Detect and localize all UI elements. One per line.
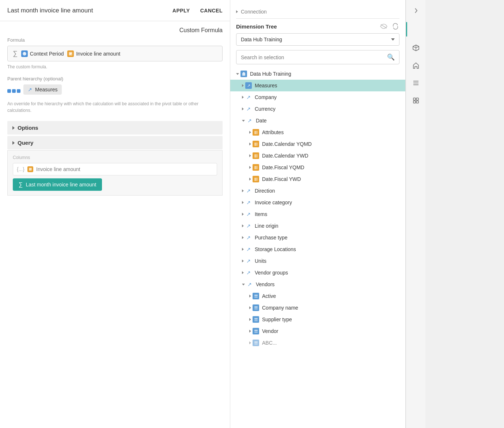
tree-root[interactable]: Data Hub Training: [230, 68, 405, 80]
dropdown-arrow-icon: [391, 38, 395, 41]
active-table-icon: [253, 293, 259, 299]
measures-label: Measures: [255, 83, 277, 88]
svg-marker-5: [242, 72, 245, 73]
purchase-type-chevron-icon: [242, 236, 244, 239]
tree-item-units[interactable]: ↗ Units: [230, 255, 405, 267]
currency-dim-icon: ↗: [245, 106, 252, 112]
grid-icon[interactable]: [410, 94, 422, 107]
svg-rect-41: [413, 101, 416, 103]
measures-icon: ↗: [245, 82, 252, 89]
curly-brace-icon: {...}: [17, 166, 24, 172]
tree-item-company[interactable]: ↗ Company: [230, 91, 405, 103]
home-icon[interactable]: [410, 59, 422, 72]
date-fiscal-ywd-chevron-icon: [249, 178, 251, 181]
query-header[interactable]: Query: [7, 136, 223, 149]
tree-item-active[interactable]: Active: [230, 290, 405, 302]
date-cal-yqmd-icon: [253, 141, 259, 147]
date-fiscal-yqmd-icon: [253, 164, 259, 171]
calculation-title: Last month invoice line amount: [7, 7, 162, 14]
active-calculation-row[interactable]: ∑ Last month invoice line amount: [13, 178, 102, 191]
search-input[interactable]: [241, 54, 387, 60]
tree-item-vendor[interactable]: Vendor: [230, 325, 405, 337]
tree-header: Connection Dimension Tree Data Hub Train…: [230, 0, 405, 68]
measures-chip-icon: ↗: [28, 87, 32, 92]
query-section: Query Columns {...} Invoice line amount …: [7, 136, 223, 196]
sidebar-expand-icon[interactable]: [410, 4, 422, 17]
formula-label: Formula: [7, 37, 223, 43]
custom-formula-title: Custom Formula: [179, 27, 223, 33]
right-panel: Connection Dimension Tree Data Hub Train…: [230, 0, 504, 428]
date-fiscal-yqmd-chevron-icon: [249, 166, 251, 169]
items-dim-icon: ↗: [245, 211, 252, 217]
vendors-dim-icon: ↗: [246, 281, 253, 288]
context-period-chip: Context Period: [21, 50, 64, 57]
left-header: Last month invoice line amount APPLY CAN…: [0, 0, 230, 21]
svg-point-17: [255, 157, 255, 158]
data-hub-dropdown[interactable]: Data Hub Training: [236, 33, 399, 46]
connection-row[interactable]: Connection: [236, 5, 399, 19]
tree-item-items[interactable]: ↗ Items: [230, 208, 405, 220]
invoice-line-column-row[interactable]: {...} Invoice line amount: [13, 163, 217, 175]
date-fiscal-ywd-icon: [253, 176, 259, 182]
search-icon: 🔍: [387, 53, 395, 61]
currency-chevron-icon: [242, 107, 244, 110]
measures-chip[interactable]: ↗ Measures: [23, 84, 62, 95]
options-label: Options: [18, 125, 38, 131]
svg-rect-40: [416, 98, 418, 100]
vendor-label: Vendor: [262, 328, 278, 334]
tree-item-invoice-category[interactable]: ↗ Invoice category: [230, 197, 405, 208]
attributes-orange-icon: [253, 129, 259, 136]
invoice-line-label: Invoice line amount: [76, 51, 120, 57]
svg-point-7: [255, 131, 255, 132]
cancel-button[interactable]: CANCEL: [200, 8, 223, 14]
tree-item-attributes[interactable]: Attributes: [230, 126, 405, 138]
tree-item-vendor-groups[interactable]: ↗ Vendor groups: [230, 267, 405, 279]
cube-icon[interactable]: [410, 42, 422, 54]
date-cal-ywd-chevron-icon: [249, 154, 251, 157]
tree-item-date-fiscal-yqmd[interactable]: Date.Fiscal YQMD: [230, 162, 405, 173]
tree-item-storage-locations[interactable]: ↗ Storage Locations: [230, 243, 405, 255]
company-name-chevron-icon: [249, 306, 251, 309]
column1-label: Invoice line amount: [36, 166, 80, 172]
svg-point-9: [255, 133, 255, 134]
date-chevron-icon: [242, 120, 245, 122]
tree-item-measures[interactable]: ↗ Measures: [230, 80, 405, 91]
svg-rect-39: [413, 98, 416, 100]
list-icon[interactable]: [410, 77, 422, 89]
vendor-groups-label: Vendor groups: [255, 270, 288, 276]
tree-item-vendors[interactable]: ↗ Vendors: [230, 279, 405, 290]
options-header[interactable]: Options: [7, 121, 223, 135]
vendors-chevron-icon: [242, 284, 245, 285]
tree-item-currency[interactable]: ↗ Currency: [230, 103, 405, 115]
tree-item-line-origin[interactable]: ↗ Line origin: [230, 220, 405, 232]
storage-locations-label: Storage Locations: [255, 246, 296, 252]
tree-item-purchase-type[interactable]: ↗ Purchase type: [230, 232, 405, 243]
svg-point-15: [255, 155, 255, 155]
tree-item-date[interactable]: ↗ Date: [230, 115, 405, 126]
tree-item-company-name[interactable]: Company name: [230, 302, 405, 314]
tree-item-supplier-type[interactable]: Supplier type: [230, 314, 405, 325]
invoice-category-label: Invoice category: [255, 200, 292, 205]
storage-locations-dim-icon: ↗: [245, 246, 252, 253]
svg-point-8: [255, 132, 255, 133]
svg-rect-29: [254, 308, 258, 310]
formula-box[interactable]: ∑ Context Period Invoice line amount: [7, 46, 223, 61]
tree-item-date-cal-yqmd[interactable]: Date.Calendar YQMD: [230, 138, 405, 150]
measures-chip-label: Measures: [35, 87, 57, 92]
tree-item-partial[interactable]: ABC...: [230, 337, 405, 349]
tree-scroll[interactable]: Data Hub Training ↗ Measures ↗ Company ↗: [230, 68, 405, 428]
refresh-icon[interactable]: [391, 22, 399, 30]
items-label: Items: [255, 211, 267, 217]
search-row: 🔍: [236, 50, 399, 64]
apply-button[interactable]: APPLY: [173, 8, 190, 14]
tree-item-date-fiscal-ywd[interactable]: Date.Fiscal YWD: [230, 173, 405, 185]
svg-rect-35: [254, 343, 258, 345]
tree-item-direction[interactable]: ↗ Direction: [230, 185, 405, 197]
hide-icon[interactable]: [380, 22, 388, 30]
company-name-label: Company name: [262, 305, 298, 311]
far-right-sidebar: [406, 0, 425, 428]
root-label: Data Hub Training: [250, 71, 291, 77]
tree-item-date-cal-ywd[interactable]: Date.Calendar YWD: [230, 150, 405, 162]
date-dim-icon: ↗: [246, 117, 253, 124]
purchase-type-dim-icon: ↗: [245, 234, 252, 241]
